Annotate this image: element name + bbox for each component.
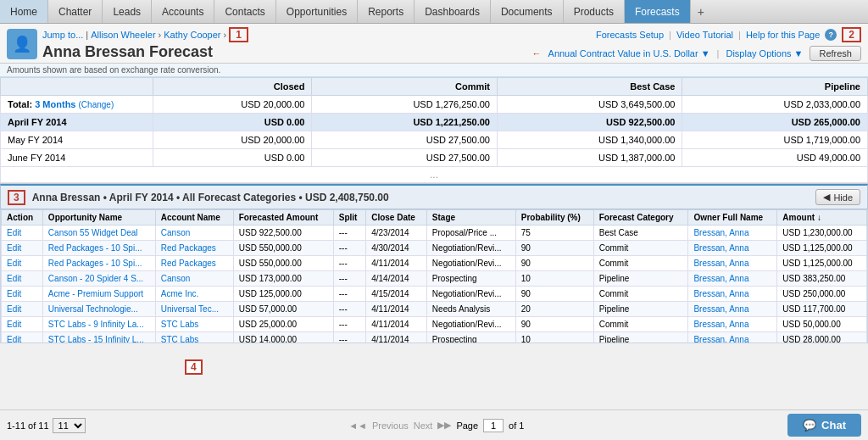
table-row[interactable]: Edit Canson - 20 Spider 4 S... Canson US… — [2, 271, 867, 287]
records-per-page-select[interactable]: 11 25 50 — [53, 418, 86, 433]
next-page-button[interactable]: Next — [414, 421, 433, 431]
allison-wheeler-link[interactable]: Allison Wheeler — [91, 30, 155, 40]
help-page-link[interactable]: Help for this Page — [746, 30, 820, 40]
forecasted-amount: USD 125,000.00 — [233, 287, 333, 302]
col-header-best-case: Best Case — [497, 78, 682, 96]
last-page-button[interactable]: ▶▶ — [437, 420, 451, 431]
edit-link[interactable]: Edit — [7, 320, 21, 329]
nav-item-dashboards[interactable]: Dashboards — [415, 0, 491, 23]
callout-badge-1: 1 — [229, 27, 248, 42]
change-link[interactable]: (Change) — [79, 100, 114, 109]
hide-button[interactable]: ◀ Hide — [815, 189, 860, 205]
close-date: 4/23/2014 — [366, 226, 427, 241]
forecasts-setup-link[interactable]: Forecasts Setup — [596, 30, 664, 40]
forecast-row-april[interactable]: April FY 2014 USD 0.00 USD 1,221,250.00 … — [1, 114, 868, 131]
probability-value: 75 — [515, 226, 593, 241]
nav-item-leads[interactable]: Leads — [103, 0, 152, 23]
opportunity-link[interactable]: STC Labs - 15 Infinity L... — [48, 335, 144, 343]
stage-value: Negotiation/Revi... — [426, 287, 515, 302]
owner-name: Bressan, Anna — [688, 332, 777, 344]
edit-link[interactable]: Edit — [7, 259, 21, 268]
first-page-button[interactable]: ◄◄ — [348, 421, 367, 431]
table-row[interactable]: Edit Acme - Premium Support Acme Inc. US… — [2, 287, 867, 302]
nav-item-reports[interactable]: Reports — [358, 0, 415, 23]
col-forecast-cat: Forecast Category — [593, 210, 688, 226]
display-options-dropdown[interactable]: Display Options ▼ — [726, 48, 803, 58]
owner-name: Bressan, Anna — [688, 317, 777, 332]
col-account: Account Name — [155, 210, 233, 226]
page-title: Anna Bressan Forecast — [42, 43, 248, 61]
account-link[interactable]: Red Packages — [161, 259, 216, 268]
split-value: --- — [333, 226, 365, 241]
opportunity-link[interactable]: Canson - 20 Spider 4 S... — [48, 274, 143, 283]
nav-item-accounts[interactable]: Accounts — [152, 0, 214, 23]
breadcrumb-separator1: | — [86, 30, 88, 40]
owner-name: Bressan, Anna — [688, 271, 777, 287]
amount-value: USD 250,000.00 — [777, 287, 867, 302]
table-row[interactable]: Edit STC Labs - 15 Infinity L... STC Lab… — [2, 332, 867, 344]
nav-item-documents[interactable]: Documents — [491, 0, 564, 23]
table-row[interactable]: Edit Red Packages - 10 Spi... Red Packag… — [2, 241, 867, 256]
opportunity-link[interactable]: Universal Technologie... — [48, 304, 138, 314]
jump-to-link[interactable]: Jump to... — [42, 30, 83, 40]
table-row[interactable]: Edit STC Labs - 9 Infinity La... STC Lab… — [2, 317, 867, 332]
account-link[interactable]: Red Packages — [161, 243, 216, 253]
probability-value: 90 — [515, 241, 593, 256]
nav-plus-button[interactable]: + — [691, 0, 711, 23]
prev-page-button[interactable]: Previous — [372, 421, 409, 431]
chat-button[interactable]: 💬 Chat — [787, 414, 861, 437]
edit-link[interactable]: Edit — [7, 228, 21, 237]
probability-value: 90 — [515, 317, 593, 332]
account-link[interactable]: Acme Inc. — [161, 289, 198, 298]
nav-item-forecasts[interactable]: Forecasts — [625, 0, 691, 23]
opportunity-link[interactable]: Acme - Premium Support — [48, 289, 143, 298]
nav-item-chatter[interactable]: Chatter — [48, 0, 103, 23]
forecasted-amount: USD 57,000.00 — [233, 302, 333, 317]
opportunity-link[interactable]: Canson 55 Widget Deal — [48, 228, 138, 237]
stage-value: Prospecting — [426, 332, 515, 344]
forecast-category: Commit — [593, 287, 688, 302]
table-row[interactable]: Edit Red Packages - 10 Spi... Red Packag… — [2, 256, 867, 271]
amount-value: USD 383,250.00 — [777, 271, 867, 287]
callout-badge-4: 4 — [185, 359, 203, 375]
split-value: --- — [333, 332, 365, 344]
probability-value: 10 — [515, 332, 593, 344]
table-row[interactable]: Edit Universal Technologie... Universal … — [2, 302, 867, 317]
edit-link[interactable]: Edit — [7, 243, 21, 253]
amount-value: USD 50,000.00 — [777, 317, 867, 332]
account-link[interactable]: Canson — [161, 228, 190, 237]
forecast-table: Closed Commit Best Case Pipeline Total: … — [0, 77, 868, 167]
nav-item-home[interactable]: Home — [0, 0, 48, 23]
nav-item-opportunities[interactable]: Opportunities — [276, 0, 358, 23]
header-section: 👤 Jump to... | Allison Wheeler › Kathy C… — [0, 24, 868, 64]
close-date: 4/30/2014 — [366, 241, 427, 256]
forecast-category: Pipeline — [593, 332, 688, 344]
edit-link[interactable]: Edit — [7, 335, 21, 343]
breadcrumb: Jump to... | Allison Wheeler › Kathy Coo… — [42, 27, 248, 42]
page-number-input[interactable] — [483, 419, 504, 432]
video-tutorial-link[interactable]: Video Tutorial — [676, 30, 733, 40]
opportunity-link[interactable]: Red Packages - 10 Spi... — [48, 243, 142, 253]
opportunity-link[interactable]: STC Labs - 9 Infinity La... — [48, 320, 144, 329]
forecast-row-june[interactable]: June FY 2014 USD 0.00 USD 27,500.00 USD … — [1, 149, 868, 167]
edit-link[interactable]: Edit — [7, 304, 21, 314]
forecast-row-may[interactable]: May FY 2014 USD 20,000.00 USD 27,500.00 … — [1, 131, 868, 149]
col-amount: Amount ↓ — [777, 210, 867, 226]
account-link[interactable]: STC Labs — [161, 320, 198, 329]
close-date: 4/15/2014 — [366, 287, 427, 302]
refresh-button[interactable]: Refresh — [810, 46, 861, 61]
col-opportunity: Opportunity Name — [42, 210, 155, 226]
currency-dropdown[interactable]: Annual Contract Value in U.S. Dollar ▼ — [548, 48, 710, 58]
opportunity-link[interactable]: Red Packages - 10 Spi... — [48, 259, 142, 268]
account-link[interactable]: Canson — [161, 274, 190, 283]
nav-item-products[interactable]: Products — [564, 0, 625, 23]
forecast-category: Best Case — [593, 226, 688, 241]
edit-link[interactable]: Edit — [7, 274, 21, 283]
col-split: Split — [333, 210, 365, 226]
table-row[interactable]: Edit Canson 55 Widget Deal Canson USD 92… — [2, 226, 867, 241]
account-link[interactable]: Universal Tec... — [161, 304, 219, 314]
edit-link[interactable]: Edit — [7, 289, 21, 298]
kathy-cooper-link[interactable]: Kathy Cooper — [164, 30, 220, 40]
nav-item-contacts[interactable]: Contacts — [214, 0, 275, 23]
account-link[interactable]: STC Labs — [161, 335, 198, 343]
